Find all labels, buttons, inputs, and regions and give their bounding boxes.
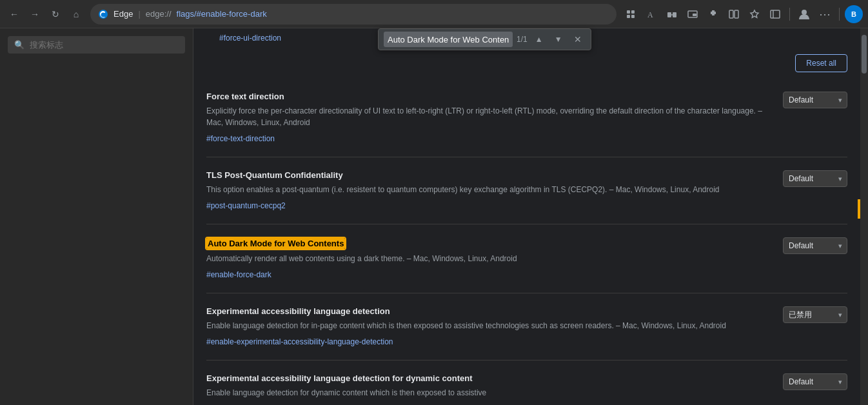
sidebar: 🔍 <box>0 28 193 405</box>
split-screen-icon[interactable] <box>725 5 743 23</box>
flag-select-force-text[interactable]: Default <box>783 92 847 108</box>
search-icon: 🔍 <box>14 40 25 50</box>
url-flags: flags/#enable-force-dark <box>177 9 267 19</box>
flag-item-force-text-direction: Force text direction Explicitly force th… <box>206 79 847 157</box>
browser-chrome: ← → ↻ ⌂ Edge | edge://flags/#enable-forc… <box>0 0 868 28</box>
flag-select-container-tls: Default <box>783 170 847 187</box>
find-input[interactable] <box>384 32 513 47</box>
nav-buttons: ← → ↻ ⌂ <box>5 5 85 23</box>
find-close-button[interactable]: ✕ <box>570 32 586 47</box>
flag-info-dark: Auto Dark Mode for Web Contents Automati… <box>206 237 770 280</box>
address-bar[interactable]: Edge | edge://flags/#enable-force-dark <box>90 4 616 25</box>
svg-text:A: A <box>647 10 653 19</box>
svg-rect-9 <box>693 14 696 16</box>
more-icon[interactable]: ⋯ <box>816 5 834 23</box>
find-bar: 1/1 ▲ ▼ ✕ <box>378 28 591 50</box>
toolbar-icons: A <box>622 5 863 23</box>
select-wrapper: Default <box>783 92 847 108</box>
svg-rect-1 <box>627 10 630 14</box>
right-scrollbar[interactable] <box>860 28 868 405</box>
flag-info-acc: Experimental accessibility language dete… <box>206 306 770 347</box>
svg-rect-3 <box>627 15 630 18</box>
select-wrapper-tls: Default <box>783 170 847 187</box>
flag-desc-acc: Enable language detection for in-page co… <box>206 320 770 331</box>
flag-select-container-acc-dyn: Default <box>783 373 847 390</box>
flag-desc-tls: This option enables a post-quantum (i.e.… <box>206 184 770 195</box>
select-wrapper-dark: Default <box>783 237 847 254</box>
flag-item-auto-dark: Auto Dark Mode for Web Contents Automati… <box>206 224 847 293</box>
flag-info-tls: TLS Post-Quantum Confidentiality This op… <box>206 170 770 211</box>
flag-info: Force text direction Explicitly force th… <box>206 92 770 144</box>
flag-select-acc-dyn[interactable]: Default <box>783 373 847 390</box>
refresh-button[interactable]: ↻ <box>46 5 64 23</box>
flag-link-acc[interactable]: #enable-experimental-accessibility-langu… <box>206 337 393 346</box>
sidebar-icon[interactable] <box>766 5 784 23</box>
flag-info-acc-dyn: Experimental accessibility language dete… <box>206 373 770 402</box>
url-separator: | <box>138 9 140 19</box>
select-wrapper-acc: 已禁用 Default <box>783 306 847 323</box>
scrollbar-thumb[interactable] <box>862 35 867 74</box>
url-prefix: edge:// <box>146 9 172 19</box>
search-box[interactable]: 🔍 <box>8 36 185 54</box>
flag-item-accessibility: Experimental accessibility language dete… <box>206 293 847 361</box>
home-button[interactable]: ⌂ <box>67 5 85 23</box>
svg-point-14 <box>802 10 807 15</box>
picture-in-picture-icon[interactable] <box>684 5 702 23</box>
flag-select-container-dark: Default <box>783 237 847 254</box>
flag-desc-dark: Automatically render all web contents us… <box>206 253 770 264</box>
forward-button[interactable]: → <box>26 5 44 23</box>
find-prev-button[interactable]: ▲ <box>531 32 547 47</box>
browser-name: Edge <box>113 9 133 19</box>
flag-select-acc[interactable]: 已禁用 Default <box>783 306 847 323</box>
flag-desc: Explicitly force the per-character direc… <box>206 105 770 128</box>
reset-area: Reset all <box>206 48 847 79</box>
flag-select-container: Default <box>783 92 847 108</box>
flag-title-auto-dark: Auto Dark Mode for Web Contents <box>206 238 345 249</box>
flag-select-container-acc: 已禁用 Default <box>783 306 847 323</box>
flag-select-dark[interactable]: Default <box>783 237 847 254</box>
flag-desc-acc-dyn: Enable language detection for dynamic co… <box>206 387 770 399</box>
toolbar-divider <box>789 8 790 21</box>
immersive-reader-icon[interactable] <box>663 5 681 23</box>
flag-title: Force text direction <box>206 92 770 101</box>
scrollbar-accent <box>858 199 860 219</box>
flag-select-tls[interactable]: Default <box>783 170 847 187</box>
collections-icon[interactable] <box>622 5 640 23</box>
flag-title-acc: Experimental accessibility language dete… <box>206 306 770 316</box>
back-button[interactable]: ← <box>5 5 23 23</box>
svg-rect-7 <box>673 12 676 17</box>
edge-logo-icon <box>98 9 108 19</box>
profile-icon[interactable] <box>795 5 813 23</box>
content-area[interactable]: #force-ui-direction Reset all Force text… <box>193 28 860 405</box>
flags-content: #force-ui-direction Reset all Force text… <box>193 28 860 405</box>
svg-rect-10 <box>729 10 733 18</box>
find-next-button[interactable]: ▼ <box>551 32 566 47</box>
bing-icon[interactable]: B <box>845 5 863 23</box>
flag-title-tls: TLS Post-Quantum Confidentiality <box>206 170 770 180</box>
select-wrapper-acc-dyn: Default <box>783 373 847 390</box>
extensions-icon[interactable] <box>704 5 722 23</box>
flag-link-dark[interactable]: #enable-force-dark <box>206 270 271 279</box>
svg-rect-12 <box>771 10 780 18</box>
flag-link-tls[interactable]: #post-quantum-cecpq2 <box>206 201 286 210</box>
svg-rect-2 <box>631 10 635 14</box>
svg-rect-4 <box>631 15 635 18</box>
main-area: 🔍 #force-ui-direction Reset all Force te… <box>0 28 868 405</box>
search-input[interactable] <box>30 40 179 50</box>
reset-all-button[interactable]: Reset all <box>795 54 847 72</box>
flag-title-acc-dyn: Experimental accessibility language dete… <box>206 373 770 383</box>
svg-rect-6 <box>667 12 671 17</box>
flag-item-tls-post-quantum: TLS Post-Quantum Confidentiality This op… <box>206 157 847 224</box>
toolbar-divider-2 <box>839 8 840 21</box>
find-count: 1/1 <box>517 35 528 44</box>
svg-rect-11 <box>735 10 738 18</box>
flag-title-highlighted-wrapper: Auto Dark Mode for Web Contents <box>206 237 770 249</box>
flag-link[interactable]: #force-text-direction <box>206 134 275 143</box>
font-icon[interactable]: A <box>642 5 660 23</box>
flag-item-accessibility-dynamic: Experimental accessibility language dete… <box>206 361 847 405</box>
favorites-icon[interactable] <box>745 5 764 23</box>
